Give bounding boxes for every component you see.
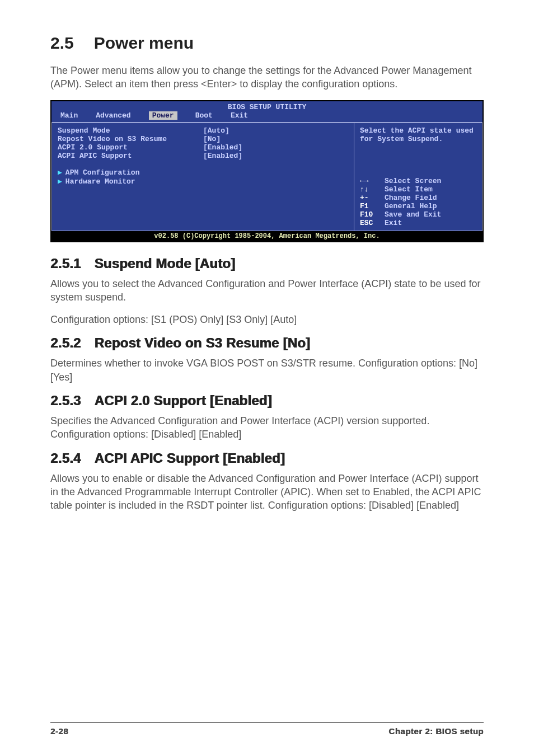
bios-item-label: ACPI 2.0 Support [58, 143, 203, 152]
bios-item-repost-video[interactable]: Repost Video on S3 Resume [No] [58, 135, 348, 143]
bios-item-value: [Auto] [203, 126, 229, 135]
bios-item-value: [Enabled] [203, 143, 242, 152]
bios-key-row: F1General Help [360, 202, 476, 210]
subsection-number: 2.5.2 [50, 335, 81, 351]
subsection-title: Suspend Mode [Auto] [94, 256, 235, 271]
subsection-number: 2.5.1 [50, 256, 81, 271]
bios-left-panel: Suspend Mode [Auto] Repost Video on S3 R… [51, 123, 354, 231]
subsection-number: 2.5.4 [50, 450, 81, 466]
bios-key-desc: Select Item [385, 185, 433, 194]
bios-tab-main[interactable]: Main [60, 111, 78, 120]
subsection-text: Determines whether to invoke VGA BIOS PO… [50, 356, 484, 384]
bios-item-value: [No] [203, 135, 221, 143]
bios-item-acpi20[interactable]: ACPI 2.0 Support [Enabled] [58, 143, 348, 152]
bios-key-row: F10Save and Exit [360, 210, 476, 219]
bios-key-row: +-Change Field [360, 194, 476, 202]
bios-submenu-hwmon[interactable]: ▶Hardware Monitor [58, 177, 348, 186]
section-heading: 2.5Power menu [50, 34, 484, 53]
bios-item-acpi-apic[interactable]: ACPI APIC Support [Enabled] [58, 152, 348, 160]
bios-item-label: Suspend Mode [58, 126, 203, 135]
bios-right-panel: Select the ACPI state used for System Su… [354, 123, 483, 231]
subsection-title: Repost Video on S3 Resume [No] [94, 335, 310, 350]
bios-key: ESC [360, 219, 385, 227]
bios-tab-row: Main Advanced Power Boot Exit [51, 111, 483, 122]
subsection-number: 2.5.3 [50, 393, 81, 408]
bios-key: ←→ [360, 177, 385, 185]
section-number: 2.5 [50, 34, 74, 53]
bios-key: +- [360, 194, 385, 202]
page-footer: 2-28 Chapter 2: BIOS setup [50, 722, 484, 736]
subsection-title: ACPI 2.0 Support [Enabled] [94, 393, 271, 408]
section-intro: The Power menu items allow you to change… [50, 64, 484, 91]
bios-tab-boot[interactable]: Boot [195, 111, 213, 120]
bios-key: F1 [360, 202, 385, 210]
bios-key-desc: General Help [385, 202, 437, 210]
bios-help-text: Select the ACPI state used for System Su… [360, 126, 476, 143]
bios-key-row: ↑↓Select Item [360, 185, 476, 194]
bios-item-label: ACPI APIC Support [58, 152, 203, 160]
subsection-heading-251: 2.5.1Suspend Mode [Auto] [50, 256, 484, 271]
bios-key-desc: Change Field [385, 194, 437, 202]
bios-key-row: ESCExit [360, 219, 476, 227]
bios-key-desc: Select Screen [385, 177, 441, 185]
bios-item-value: [Enabled] [203, 152, 242, 160]
subsection-text: Allows you to enable or disable the Adva… [50, 472, 484, 513]
bios-footer: v02.58 (C)Copyright 1985-2004, American … [51, 231, 483, 241]
page-number: 2-28 [50, 726, 68, 736]
bios-key-row: ←→Select Screen [360, 177, 476, 185]
bios-submenu-label: Hardware Monitor [65, 177, 135, 186]
triangle-icon: ▶ [58, 168, 62, 177]
chapter-label: Chapter 2: BIOS setup [388, 726, 484, 736]
triangle-icon: ▶ [58, 177, 62, 186]
bios-item-suspend-mode[interactable]: Suspend Mode [Auto] [58, 126, 348, 135]
bios-key: ↑↓ [360, 185, 385, 194]
subsection-title: ACPI APIC Support [Enabled] [94, 450, 285, 466]
bios-key-help: ←→Select Screen ↑↓Select Item +-Change F… [360, 177, 476, 227]
bios-key-desc: Exit [385, 219, 402, 227]
subsection-heading-252: 2.5.2Repost Video on S3 Resume [No] [50, 335, 484, 351]
bios-key-desc: Save and Exit [385, 210, 441, 219]
subsection-heading-253: 2.5.3ACPI 2.0 Support [Enabled] [50, 393, 484, 408]
bios-tab-power[interactable]: Power [149, 111, 177, 120]
bios-title: BIOS SETUP UTILITY [51, 101, 483, 111]
subsection-config: Configuration options: [S1 (POS) Only] [… [50, 313, 484, 326]
subsection-heading-254: 2.5.4ACPI APIC Support [Enabled] [50, 450, 484, 466]
subsection-text: Allows you to select the Advanced Config… [50, 277, 484, 304]
bios-submenu-apm[interactable]: ▶APM Configuration [58, 168, 348, 177]
subsection-text: Specifies the Advanced Configuration and… [50, 414, 484, 442]
bios-tab-exit[interactable]: Exit [231, 111, 248, 120]
bios-key: F10 [360, 210, 385, 219]
bios-screenshot: BIOS SETUP UTILITY Main Advanced Power B… [50, 100, 484, 242]
bios-tab-advanced[interactable]: Advanced [96, 111, 130, 120]
bios-item-label: Repost Video on S3 Resume [58, 135, 203, 143]
bios-body: Suspend Mode [Auto] Repost Video on S3 R… [51, 122, 483, 231]
bios-submenu-label: APM Configuration [65, 168, 140, 177]
section-title-text: Power menu [94, 34, 194, 52]
